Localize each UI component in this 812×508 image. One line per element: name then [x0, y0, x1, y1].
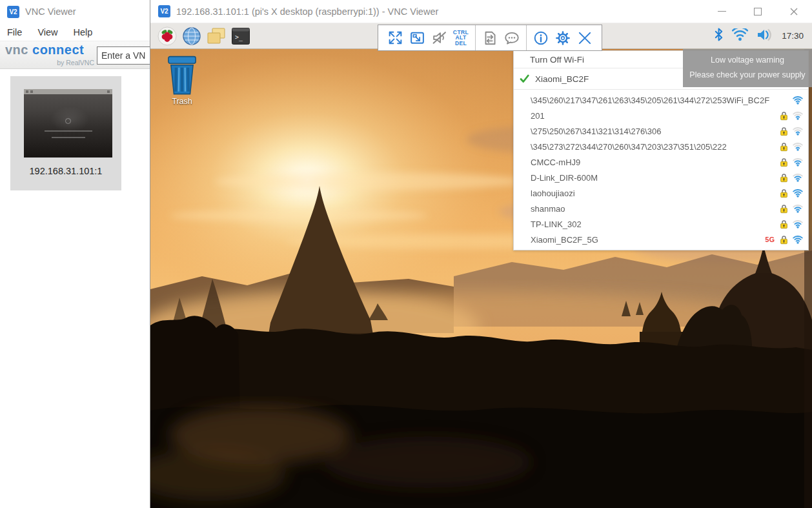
vnc-viewer-app-window: V2 VNC Viewer File View Help vnc connect… — [0, 0, 150, 508]
wifi-network-name: \345\260\217\347\261\263\345\205\261\344… — [531, 96, 779, 105]
session-titlebar: V2 192.168.31.101:1 (pi's X desktop (ras… — [150, 0, 812, 23]
lock-icon — [779, 235, 789, 245]
raspberry-menu-icon — [157, 26, 177, 46]
wifi-network-item[interactable]: 201 — [514, 108, 808, 123]
5g-badge: 5G — [765, 236, 775, 243]
wifi-network-name: D-Link_DIR-600M — [531, 173, 779, 183]
wifi-signal-icon — [792, 111, 803, 120]
file-transfer-icon — [482, 30, 498, 46]
left-panel-titlebar: V2 VNC Viewer — [0, 0, 150, 23]
brand-byline: by RealVNC — [5, 56, 94, 69]
mute-button[interactable] — [428, 26, 450, 50]
maximize-button[interactable] — [740, 0, 776, 23]
trash-label: Trash — [163, 97, 201, 106]
wifi-signal-icon — [792, 173, 803, 182]
file-manager-button[interactable] — [206, 26, 227, 46]
terminal-icon: >_ — [231, 27, 250, 45]
wifi-network-item[interactable]: TP-LINK_302 — [514, 216, 808, 232]
warning-body: Please check your power supply — [683, 70, 812, 79]
vnc-overlay-toolbar: CTRL ALT DEL — [378, 25, 602, 51]
wifi-network-name: shanmao — [531, 204, 779, 214]
wifi-network-name: \275\250\267\341\321\314\276\306 — [531, 127, 779, 136]
lock-icon — [779, 111, 789, 121]
wifi-network-item[interactable]: D-Link_DIR-600M — [514, 170, 808, 185]
maximize-icon — [754, 8, 762, 15]
close-session-icon — [576, 30, 593, 46]
ctrl-alt-del-button[interactable]: CTRL ALT DEL — [450, 26, 472, 50]
menu-view[interactable]: View — [37, 27, 57, 37]
lock-icon — [779, 173, 789, 183]
lock-icon — [779, 204, 789, 214]
wifi-network-item[interactable]: \345\273\272\344\270\260\347\203\237\351… — [514, 139, 808, 154]
trash-icon — [163, 55, 201, 96]
wifi-network-name: TP-LINK_302 — [531, 219, 779, 229]
toolbar-separator — [526, 25, 527, 50]
lock-icon — [779, 188, 789, 198]
scaling-button[interactable] — [406, 26, 428, 50]
close-session-button[interactable] — [574, 26, 596, 50]
wifi-signal-icon — [792, 127, 803, 136]
raspberry-menu-button[interactable] — [157, 26, 178, 46]
session-info-button[interactable] — [530, 26, 552, 50]
taskbar-tray: 17:30 — [714, 27, 804, 45]
wifi-network-item[interactable]: shanmao — [514, 201, 808, 216]
bluetooth-button[interactable] — [714, 27, 724, 45]
vnc-logo-icon: V2 — [158, 5, 170, 17]
minimize-button[interactable] — [704, 0, 740, 23]
lock-icon — [779, 127, 789, 136]
settings-gear-icon — [554, 30, 571, 46]
info-icon — [533, 30, 549, 46]
wifi-signal-icon — [792, 188, 803, 198]
check-icon — [519, 74, 530, 84]
wifi-signal-icon — [792, 96, 803, 105]
vnc-logo-icon: V2 — [7, 6, 19, 18]
wifi-network-name: Xiaomi_BC2F_5G — [531, 235, 765, 245]
terminal-button[interactable]: >_ — [230, 26, 251, 46]
connection-card[interactable]: 192.168.31.101:1 — [10, 76, 121, 190]
clock: 17:30 — [782, 31, 804, 41]
low-voltage-warning: Low voltage warning Please check your po… — [683, 49, 812, 87]
file-transfer-button[interactable] — [479, 26, 501, 50]
chat-icon — [503, 30, 520, 46]
session-title: 192.168.31.101:1 (pi's X desktop (raspbe… — [176, 6, 698, 17]
toolbar-separator — [475, 25, 476, 50]
web-browser-icon — [182, 26, 201, 46]
left-panel-title: VNC Viewer — [25, 6, 76, 17]
vnc-connect-logo: vnc connect by RealVNC — [5, 43, 94, 69]
volume-button[interactable] — [756, 28, 773, 44]
close-icon — [789, 7, 798, 16]
wifi-status-button[interactable] — [732, 28, 748, 44]
connection-thumbnail — [24, 89, 112, 157]
connected-network-name: Xiaomi_BC2F — [535, 74, 589, 84]
screen: V2 VNC Viewer File View Help vnc connect… — [0, 0, 812, 508]
trash-shortcut[interactable]: Trash — [163, 55, 201, 106]
wifi-network-item[interactable]: \275\250\267\341\321\314\276\306 — [514, 123, 808, 139]
wifi-signal-icon — [792, 157, 803, 167]
wifi-network-name: CMCC-mHJ9 — [531, 157, 779, 167]
scale-icon — [409, 30, 425, 46]
menu-help[interactable]: Help — [74, 27, 93, 37]
menu-file[interactable]: File — [7, 27, 22, 37]
wifi-signal-icon — [792, 204, 803, 213]
vnc-session-window: V2 192.168.31.101:1 (pi's X desktop (ras… — [150, 0, 812, 508]
wifi-signal-icon — [792, 235, 803, 244]
wifi-network-item[interactable]: \345\260\217\347\261\263\345\205\261\344… — [514, 92, 808, 108]
close-button[interactable] — [776, 0, 812, 23]
wifi-network-name: \345\273\272\344\270\260\347\203\237\351… — [531, 142, 779, 152]
session-settings-button[interactable] — [552, 26, 574, 50]
chat-button[interactable] — [501, 26, 523, 50]
search-input[interactable] — [97, 46, 150, 65]
window-controls — [704, 0, 812, 23]
lock-icon — [779, 219, 789, 229]
minimize-icon — [718, 11, 726, 12]
bluetooth-icon — [714, 27, 724, 42]
wifi-network-item[interactable]: laohoujiaozi — [514, 185, 808, 201]
wifi-signal-icon — [792, 142, 803, 151]
brand-header: vnc connect by RealVNC — [0, 41, 150, 69]
fullscreen-button[interactable] — [384, 26, 406, 50]
connection-address-label: 192.168.31.101:1 — [10, 166, 121, 176]
wifi-network-item[interactable]: Xiaomi_BC2F_5G 5G — [514, 232, 808, 247]
wifi-network-item[interactable]: CMCC-mHJ9 — [514, 154, 808, 170]
wifi-status-icon — [732, 28, 748, 41]
web-browser-button[interactable] — [181, 26, 202, 46]
